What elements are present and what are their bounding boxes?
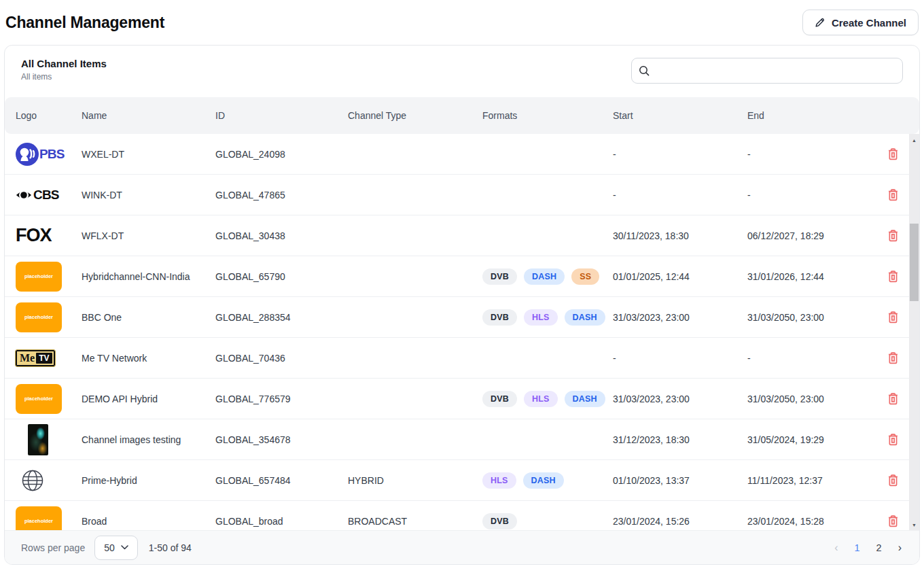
placeholder-logo: placeholder (16, 302, 62, 332)
channel-id: GLOBAL_657484 (215, 475, 348, 486)
format-badge-hls: HLS (482, 472, 516, 489)
trash-icon (887, 147, 899, 160)
channel-formats: DVBDASHSS (482, 268, 613, 285)
table-row[interactable]: MeTV Me TV Network GLOBAL_70436 - - (5, 338, 919, 379)
channel-name: Me TV Network (82, 353, 215, 364)
delete-channel-button[interactable] (885, 308, 902, 326)
table-body: PBS WXEL-DT GLOBAL_24098 - - CBS WINK-DT… (5, 134, 919, 532)
metv-logo: MeTV (16, 350, 55, 366)
scrollbar-thumb[interactable] (910, 224, 919, 301)
page-title: Channel Management (5, 14, 164, 32)
scrollbar-up-arrow[interactable]: ▲ (909, 135, 919, 145)
trash-icon (887, 311, 899, 324)
column-header-formats: Formats (482, 110, 613, 121)
table-row[interactable]: placeholder Hybridchannel-CNN-India GLOB… (5, 256, 919, 297)
channel-id: GLOBAL_broad (215, 516, 348, 527)
channel-start: 31/12/2023, 18:30 (613, 434, 747, 445)
channel-id: GLOBAL_30438 (215, 230, 348, 241)
channel-end: - (747, 149, 876, 160)
delete-channel-button[interactable] (885, 349, 902, 367)
channel-start: 30/11/2023, 18:30 (613, 230, 747, 241)
page-button-2[interactable]: 2 (876, 542, 882, 553)
logo-cell: PBS (16, 143, 82, 166)
table-header: Logo Name ID Channel Type Formats Start … (5, 97, 919, 134)
channel-id: GLOBAL_288354 (215, 312, 348, 323)
panel-title: All Channel Items (21, 58, 107, 69)
vertical-scrollbar[interactable]: ▲ ▼ (909, 134, 919, 532)
channel-start: - (613, 190, 747, 201)
table-row[interactable]: placeholder Broad GLOBAL_broad BROADCAST… (5, 501, 919, 532)
cbs-logo: CBS (16, 187, 59, 203)
format-badge-hls: HLS (524, 309, 558, 326)
channel-end: 31/03/2050, 23:00 (747, 312, 876, 323)
trash-icon (887, 188, 899, 201)
channel-start: - (613, 149, 747, 160)
table-row[interactable]: Prime-Hybrid GLOBAL_657484 HYBRID HLSDAS… (5, 460, 919, 501)
table-row[interactable]: PBS WXEL-DT GLOBAL_24098 - - (5, 134, 919, 175)
search-icon (639, 65, 650, 79)
channel-id: GLOBAL_354678 (215, 434, 348, 445)
logo-cell: MeTV (16, 350, 82, 366)
format-badge-hls: HLS (524, 391, 558, 407)
delete-channel-button[interactable] (885, 267, 902, 285)
panel-subtitle: All items (21, 72, 107, 82)
channel-id: GLOBAL_776579 (215, 394, 348, 404)
channel-start: 23/01/2024, 15:26 (613, 516, 747, 527)
channel-start: 01/01/2025, 12:44 (613, 271, 747, 282)
table-row[interactable]: placeholder BBC One GLOBAL_288354 DVBHLS… (5, 297, 919, 338)
channel-name: WFLX-DT (82, 230, 215, 241)
format-badge-dvb: DVB (482, 513, 517, 529)
next-page-button[interactable]: › (898, 542, 902, 553)
cbs-eye-icon (16, 187, 32, 203)
page-button-1[interactable]: 1 (855, 542, 860, 553)
delete-channel-button[interactable] (885, 389, 902, 408)
channel-end: 23/01/2024, 15:28 (747, 516, 876, 527)
channel-name: Broad (82, 516, 215, 527)
table-row[interactable]: placeholder DEMO API Hybrid GLOBAL_77657… (5, 379, 919, 419)
table-row[interactable]: FOX WFLX-DT GLOBAL_30438 30/11/2023, 18:… (5, 215, 919, 256)
trash-icon (887, 229, 899, 242)
delete-channel-button[interactable] (885, 512, 902, 530)
channel-name: WXEL-DT (82, 149, 215, 160)
previous-page-button[interactable]: ‹ (834, 542, 838, 553)
channel-formats: HLSDASH (482, 472, 613, 489)
format-badge-dash: DASH (565, 391, 605, 407)
format-badge-dash: DASH (524, 268, 565, 285)
table-row[interactable]: Channel images testing GLOBAL_354678 31/… (5, 419, 919, 460)
channel-start: - (613, 353, 747, 364)
logo-cell (16, 469, 82, 492)
channel-end: 31/01/2026, 12:44 (747, 271, 876, 282)
trash-icon (887, 351, 899, 364)
panel-titles: All Channel Items All items (21, 58, 107, 82)
channel-end: 06/12/2027, 18:29 (747, 230, 876, 241)
logo-cell: placeholder (16, 302, 82, 332)
channel-management-page: Channel Management Create Channel All Ch… (0, 0, 924, 575)
channel-type: HYBRID (348, 475, 482, 486)
channel-list-card: All Channel Items All items Logo Name ID… (4, 45, 920, 565)
channel-formats: DVBHLSDASH (482, 309, 613, 326)
table-row[interactable]: CBS WINK-DT GLOBAL_47865 - - (5, 175, 919, 215)
delete-channel-button[interactable] (885, 226, 902, 245)
channel-id: GLOBAL_47865 (215, 190, 348, 201)
placeholder-logo: placeholder (16, 384, 62, 414)
column-header-id: ID (215, 110, 348, 121)
search-wrap (631, 58, 903, 84)
channel-start: 31/03/2023, 23:00 (613, 394, 747, 404)
rows-per-page-select[interactable]: 50 (94, 536, 138, 560)
search-input[interactable] (631, 58, 903, 84)
delete-channel-button[interactable] (885, 471, 902, 489)
topbar: Channel Management Create Channel (0, 0, 924, 39)
format-badge-ss: SS (571, 268, 599, 285)
channel-name: Prime-Hybrid (82, 475, 215, 486)
delete-channel-button[interactable] (885, 186, 902, 204)
trash-icon (887, 474, 899, 487)
channel-end: - (747, 190, 876, 201)
delete-channel-button[interactable] (885, 145, 902, 163)
create-channel-button[interactable]: Create Channel (802, 10, 919, 35)
delete-channel-button[interactable] (885, 430, 902, 449)
scrollbar-down-arrow[interactable]: ▼ (909, 520, 919, 530)
pbs-face-icon (16, 143, 39, 166)
logo-cell: placeholder (16, 384, 82, 414)
logo-cell: placeholder (16, 506, 82, 532)
globe-icon (21, 469, 44, 492)
